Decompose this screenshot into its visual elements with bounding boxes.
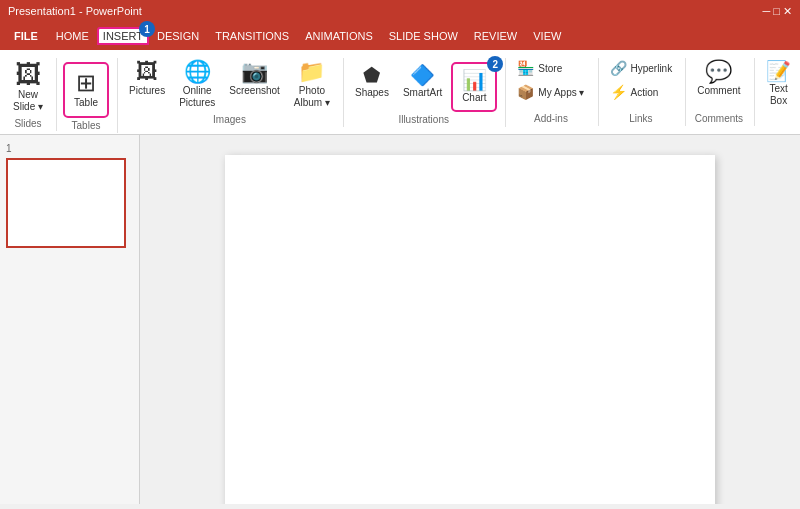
comment-icon: 💬 — [705, 61, 732, 83]
insert-badge: 1 — [139, 21, 155, 37]
menu-bar: FILE HOME INSERT 1 DESIGN TRANSITIONS AN… — [0, 22, 800, 50]
comments-group: 💬 Comment Comments — [688, 58, 754, 126]
comment-button[interactable]: 💬 Comment — [692, 58, 745, 100]
addins-group-label: Add-ins — [512, 111, 589, 126]
view-menu-item[interactable]: VIEW — [525, 26, 569, 46]
store-icon: 🏪 — [517, 61, 534, 75]
slides-panel: 1 — [0, 135, 140, 504]
window-controls: ─ □ ✕ — [762, 5, 792, 18]
new-slide-button[interactable]: 🖼 NewSlide ▾ — [8, 58, 48, 116]
text-box-icon: 📝 — [766, 61, 791, 81]
chart-button[interactable]: 📊 Chart — [456, 67, 492, 107]
ribbon: 🖼 NewSlide ▾ Slides ⊞ Table Tables — [0, 50, 800, 135]
transitions-menu-item[interactable]: TRANSITIONS — [207, 26, 297, 46]
smartart-icon: 🔷 — [410, 65, 435, 85]
table-highlight: ⊞ Table — [63, 62, 109, 118]
pictures-button[interactable]: 🖼 Pictures — [124, 58, 170, 100]
screenshot-icon: 📷 — [241, 61, 268, 83]
photo-album-icon: 📁 — [298, 61, 325, 83]
slides-group: 🖼 NewSlide ▾ Slides — [4, 58, 57, 131]
chart-highlight: 2 📊 Chart — [451, 62, 497, 112]
app-title: Presentation1 - PowerPoint — [8, 5, 142, 17]
illustrations-group: ⬟ Shapes 🔷 SmartArt 2 📊 Chart Illustrati… — [346, 58, 506, 127]
text-group-label: Text — [761, 111, 800, 126]
store-button[interactable]: 🏪 Store — [512, 58, 572, 80]
main-area: 1 — [0, 135, 800, 504]
text-group: 📝 TextBox 📄 Header& Footer A WordArt 📅 D… — [757, 58, 800, 126]
slide-number-label: 1 — [6, 143, 133, 154]
action-icon: ⚡ — [610, 85, 627, 99]
file-menu-item[interactable]: FILE — [4, 26, 48, 46]
home-menu-item[interactable]: HOME — [48, 26, 97, 46]
design-menu-item[interactable]: DESIGN — [149, 26, 207, 46]
hyperlink-button[interactable]: 🔗 Hyperlink — [605, 58, 678, 80]
images-group-label: Images — [124, 112, 335, 127]
animations-menu-item[interactable]: ANIMATIONS — [297, 26, 381, 46]
online-pictures-button[interactable]: 🌐 OnlinePictures — [174, 58, 220, 112]
slide-thumbnail[interactable] — [6, 158, 126, 248]
slides-group-label: Slides — [8, 116, 48, 131]
tables-group: ⊞ Table Tables — [59, 58, 118, 133]
hyperlink-icon: 🔗 — [610, 61, 627, 75]
chart-icon: 📊 — [462, 70, 487, 90]
table-icon: ⊞ — [76, 71, 96, 95]
smartart-button[interactable]: 🔷 SmartArt — [398, 62, 447, 102]
photo-album-button[interactable]: 📁 PhotoAlbum ▾ — [289, 58, 335, 112]
online-pictures-icon: 🌐 — [184, 61, 211, 83]
my-apps-button[interactable]: 📦 My Apps ▾ — [512, 82, 589, 104]
links-group: 🔗 Hyperlink ⚡ Action Links — [601, 58, 687, 126]
shapes-button[interactable]: ⬟ Shapes — [350, 62, 394, 102]
slideshow-menu-item[interactable]: SLIDE SHOW — [381, 26, 466, 46]
addins-group: 🏪 Store 📦 My Apps ▾ Add-ins — [508, 58, 598, 126]
links-group-label: Links — [605, 111, 678, 126]
title-bar: Presentation1 - PowerPoint ─ □ ✕ — [0, 0, 800, 22]
action-button[interactable]: ⚡ Action — [605, 82, 664, 104]
my-apps-icon: 📦 — [517, 85, 534, 99]
shapes-icon: ⬟ — [363, 65, 380, 85]
table-button[interactable]: ⊞ Table — [68, 67, 104, 113]
text-box-button[interactable]: 📝 TextBox — [761, 58, 797, 110]
screenshot-button[interactable]: 📷 Screenshot — [224, 58, 285, 100]
new-slide-icon: 🖼 — [15, 61, 41, 87]
pictures-icon: 🖼 — [136, 61, 158, 83]
chart-badge: 2 — [487, 56, 503, 72]
illustrations-group-label: Illustrations — [350, 112, 497, 127]
canvas-area — [140, 135, 800, 504]
tables-group-label: Tables — [63, 118, 109, 133]
comments-group-label: Comments — [692, 111, 745, 126]
review-menu-item[interactable]: REVIEW — [466, 26, 525, 46]
slide-canvas[interactable] — [225, 155, 715, 504]
images-group: 🖼 Pictures 🌐 OnlinePictures 📷 Screenshot… — [120, 58, 344, 127]
